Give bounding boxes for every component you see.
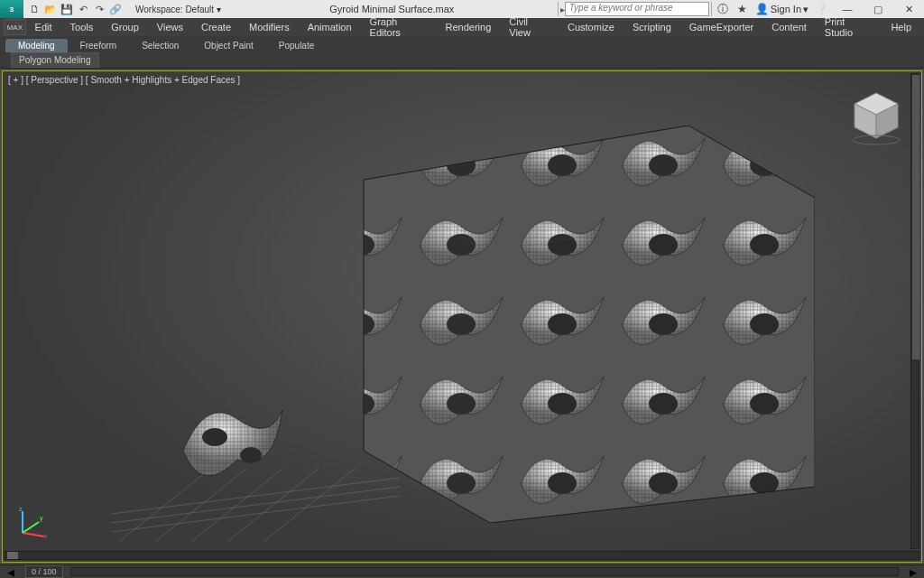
viewport-label[interactable]: [ + ] [ Perspective ] [ Smooth + Highlig… bbox=[8, 75, 240, 85]
menu-animation[interactable]: Animation bbox=[299, 20, 361, 34]
open-icon[interactable]: 📂 bbox=[43, 2, 58, 16]
view-cube[interactable] bbox=[847, 88, 905, 145]
tab-object-paint[interactable]: Object Paint bbox=[191, 39, 265, 52]
menu-print-studio[interactable]: Print Studio bbox=[816, 14, 882, 40]
tab-populate[interactable]: Populate bbox=[266, 39, 327, 52]
ribbon-polygon-modeling[interactable]: Polygon Modeling bbox=[11, 52, 99, 68]
svg-line-22 bbox=[23, 522, 39, 533]
menu-views[interactable]: Views bbox=[148, 20, 192, 34]
app-menu-button[interactable]: MAX bbox=[4, 19, 26, 35]
tab-modeling[interactable]: Modeling bbox=[5, 39, 68, 52]
link-icon[interactable]: 🔗 bbox=[108, 2, 123, 16]
tab-selection[interactable]: Selection bbox=[129, 39, 191, 52]
timeline-next-icon[interactable]: ▸ bbox=[906, 564, 920, 579]
main-menu-bar: MAX Edit Tools Group Views Create Modifi… bbox=[0, 18, 924, 36]
menu-help[interactable]: Help bbox=[882, 20, 920, 34]
info-icon[interactable]: ⓘ bbox=[716, 2, 730, 16]
ribbon-panel: Polygon Modeling bbox=[0, 52, 924, 69]
undo-icon[interactable]: ↶ bbox=[76, 2, 90, 16]
time-slider-bar[interactable] bbox=[70, 567, 899, 576]
svg-line-21 bbox=[23, 533, 44, 536]
app-logo[interactable]: 3 bbox=[0, 0, 23, 18]
menu-tools[interactable]: Tools bbox=[61, 20, 103, 34]
svg-point-15 bbox=[240, 447, 262, 463]
menu-edit[interactable]: Edit bbox=[26, 20, 61, 34]
timeline-prev-icon[interactable]: ◂ bbox=[4, 564, 18, 579]
menu-content[interactable]: Content bbox=[762, 20, 816, 34]
svg-text:y: y bbox=[40, 515, 43, 522]
quick-access-toolbar: 🗋 📂 💾 ↶ ↷ 🔗 bbox=[23, 2, 126, 16]
menu-gameexporter[interactable]: GameExporter bbox=[680, 20, 763, 34]
menu-scripting[interactable]: Scripting bbox=[624, 20, 680, 34]
axis-gizmo: z x y bbox=[17, 506, 50, 538]
save-icon[interactable]: 💾 bbox=[60, 2, 74, 16]
svg-marker-12 bbox=[490, 198, 815, 523]
menu-group[interactable]: Group bbox=[102, 20, 148, 34]
title-bar: 3 🗋 📂 💾 ↶ ↷ 🔗 Workspace: Default ▾ Gyroi… bbox=[0, 0, 924, 18]
viewport-hscrollbar[interactable] bbox=[5, 551, 919, 560]
gyroid-large-mesh bbox=[310, 126, 815, 523]
svg-point-14 bbox=[202, 428, 227, 446]
menu-customize[interactable]: Customize bbox=[559, 20, 624, 34]
svg-text:z: z bbox=[19, 506, 23, 512]
perspective-viewport[interactable]: [ + ] [ Perspective ] [ Smooth + Highlig… bbox=[2, 70, 922, 563]
workspace-dropdown[interactable]: Workspace: Default ▾ bbox=[130, 4, 226, 15]
menu-create[interactable]: Create bbox=[192, 20, 240, 34]
menu-civil-view[interactable]: Civil View bbox=[500, 14, 559, 40]
gyroid-small-mesh bbox=[165, 387, 300, 505]
menu-graph-editors[interactable]: Graph Editors bbox=[361, 14, 437, 40]
svg-text:x: x bbox=[44, 533, 48, 538]
time-slider: ◂ 0 / 100 ▸ 0 5 10 15 20 25 30 35 40 45 … bbox=[0, 564, 924, 578]
redo-icon[interactable]: ↷ bbox=[92, 2, 106, 16]
ribbon-tabstrip: Modeling Freeform Selection Object Paint… bbox=[0, 36, 924, 52]
signin-button[interactable]: 👤Sign In ▾ bbox=[755, 3, 808, 15]
document-title: Gyroid Minimal Surface.max bbox=[226, 4, 558, 14]
search-input[interactable]: Type a keyword or phrase bbox=[565, 2, 709, 16]
viewport-vscrollbar[interactable] bbox=[910, 73, 919, 549]
viewport-container: [ + ] [ Perspective ] [ Smooth + Highlig… bbox=[0, 69, 924, 564]
menu-modifiers[interactable]: Modifiers bbox=[240, 20, 299, 34]
frame-counter[interactable]: 0 / 100 bbox=[25, 565, 63, 578]
star-icon[interactable]: ★ bbox=[735, 2, 750, 16]
menu-rendering[interactable]: Rendering bbox=[437, 20, 501, 34]
new-icon[interactable]: 🗋 bbox=[27, 2, 42, 16]
tab-freeform[interactable]: Freeform bbox=[68, 39, 130, 52]
close-button[interactable]: ✕ bbox=[893, 0, 924, 18]
